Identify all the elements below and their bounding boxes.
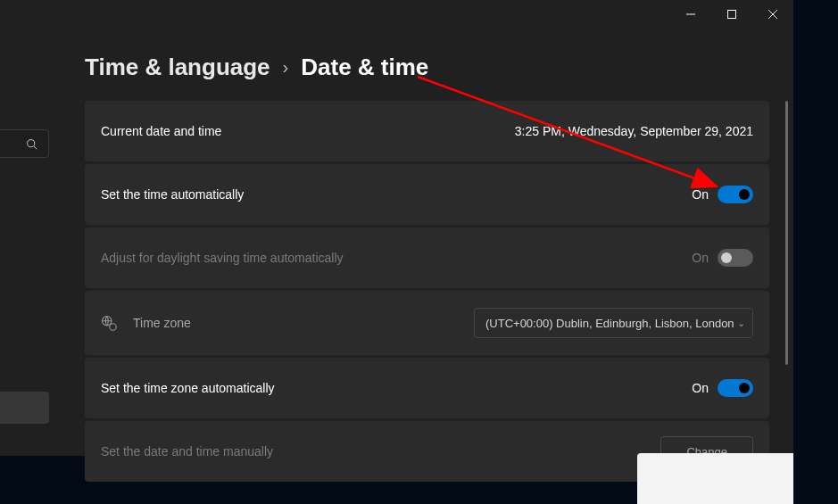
search-input[interactable]	[0, 129, 49, 158]
window-controls	[670, 0, 793, 29]
toggle-adjust-dst	[718, 249, 753, 267]
label: Time zone	[133, 316, 474, 330]
row-set-time-automatically: Set the time automatically On	[85, 164, 769, 225]
label: Set the time automatically	[101, 187, 692, 202]
toggle-set-time-automatically[interactable]	[718, 186, 753, 203]
current-datetime-value: 3:25 PM, Wednesday, September 29, 2021	[515, 124, 753, 138]
svg-point-5	[110, 324, 117, 331]
timezone-select[interactable]: (UTC+00:00) Dublin, Edinburgh, Lisbon, L…	[474, 308, 753, 338]
maximize-button[interactable]	[711, 0, 752, 29]
label: Set the date and time manually	[101, 444, 660, 459]
toggle-set-timezone-automatically[interactable]	[718, 379, 753, 397]
toggle-state: On	[692, 187, 709, 202]
row-time-zone: Time zone (UTC+00:00) Dublin, Edinburgh,…	[85, 291, 769, 355]
popup-fragment	[637, 453, 793, 504]
label: Set the time zone automatically	[101, 381, 692, 395]
minimize-button[interactable]	[670, 0, 711, 29]
row-current-datetime: Current date and time 3:25 PM, Wednesday…	[85, 101, 769, 161]
breadcrumb: Time & language › Date & time	[85, 54, 428, 81]
settings-list: Current date and time 3:25 PM, Wednesday…	[85, 101, 769, 484]
breadcrumb-current: Date & time	[301, 54, 428, 81]
scrollbar[interactable]	[785, 101, 788, 365]
breadcrumb-parent[interactable]: Time & language	[85, 54, 270, 81]
settings-window: Time & language › Date & time Current da…	[0, 0, 793, 456]
timezone-value: (UTC+00:00) Dublin, Edinburgh, Lisbon, L…	[485, 317, 734, 330]
toggle-state: On	[692, 381, 709, 395]
nav-item-selected[interactable]	[0, 392, 49, 424]
svg-point-6	[28, 139, 35, 146]
svg-line-7	[34, 145, 37, 148]
row-set-timezone-automatically: Set the time zone automatically On	[85, 358, 769, 418]
toggle-state: On	[692, 251, 709, 265]
chevron-down-icon: ⌄	[737, 318, 745, 329]
row-adjust-dst: Adjust for daylight saving time automati…	[85, 227, 769, 288]
svg-rect-1	[728, 11, 736, 19]
label: Adjust for daylight saving time automati…	[101, 251, 692, 265]
close-button[interactable]	[752, 0, 793, 29]
globe-icon	[101, 315, 117, 331]
chevron-right-icon: ›	[283, 57, 289, 78]
label: Current date and time	[101, 124, 515, 138]
